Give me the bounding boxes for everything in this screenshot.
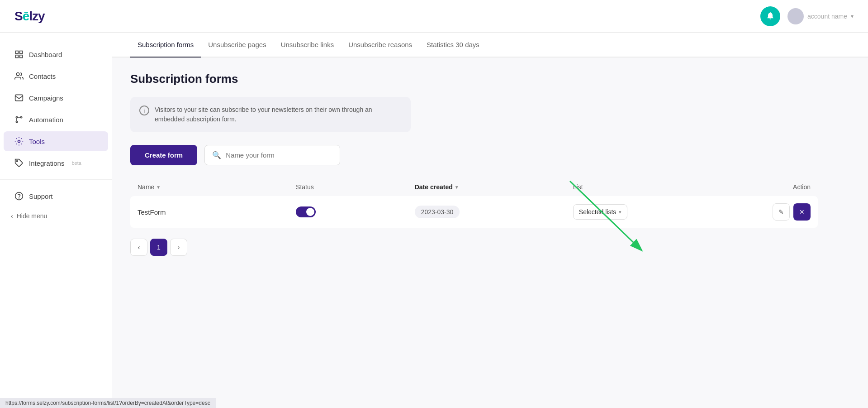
search-icon: 🔍 xyxy=(212,151,221,159)
close-icon: ✕ xyxy=(799,208,805,216)
envelope-icon xyxy=(14,93,24,102)
divider xyxy=(0,179,112,180)
col-header-date[interactable]: Date created ▼ xyxy=(415,183,573,191)
grid-icon xyxy=(14,50,24,59)
question-icon xyxy=(14,192,24,201)
hide-menu-label: Hide menu xyxy=(17,212,47,220)
svg-point-7 xyxy=(20,116,22,118)
puzzle-icon xyxy=(14,158,24,168)
sidebar-item-label: Dashboard xyxy=(29,51,62,58)
next-page-button[interactable]: › xyxy=(170,239,187,256)
automation-icon xyxy=(14,115,24,124)
sidebar-item-automation[interactable]: Automation xyxy=(4,110,108,130)
sidebar: Dashboard Contacts Campaigns Automation xyxy=(0,33,112,408)
hide-menu-button[interactable]: ‹ Hide menu xyxy=(0,207,112,225)
avatar xyxy=(787,8,804,24)
info-text: Visitors to your site can subscribe to y… xyxy=(155,105,402,124)
sort-arrow-date: ▼ xyxy=(455,185,459,190)
svg-rect-2 xyxy=(16,55,19,58)
info-icon: i xyxy=(139,106,149,115)
cell-list: Selected lists ▾ xyxy=(573,204,731,220)
page-title: Subscription forms xyxy=(130,72,818,86)
svg-point-10 xyxy=(17,161,18,162)
bell-icon xyxy=(766,12,775,21)
topbar-right: account name ▾ xyxy=(760,6,854,26)
svg-rect-0 xyxy=(16,51,19,54)
search-box: 🔍 xyxy=(204,145,340,165)
sidebar-item-integrations[interactable]: Integrations beta xyxy=(4,153,108,173)
table-row: TestForm 2023-03-30 Selected lists ▾ xyxy=(130,196,818,228)
status-bar: https://forms.selzy.com/subscription-for… xyxy=(0,398,216,408)
sidebar-item-campaigns[interactable]: Campaigns xyxy=(4,88,108,108)
topbar: Sēlzy account name ▾ xyxy=(0,0,868,33)
layout: Dashboard Contacts Campaigns Automation xyxy=(0,33,868,408)
prev-page-button[interactable]: ‹ xyxy=(130,239,147,256)
svg-point-9 xyxy=(18,140,20,143)
page-1-button[interactable]: 1 xyxy=(150,239,167,256)
status-toggle[interactable] xyxy=(296,206,316,217)
date-badge: 2023-03-30 xyxy=(415,206,460,218)
delete-button[interactable]: ✕ xyxy=(793,203,811,221)
sidebar-item-label: Campaigns xyxy=(29,94,63,102)
sidebar-item-support[interactable]: Support xyxy=(4,186,108,206)
content-area: Subscription forms i Visitors to your si… xyxy=(112,58,836,288)
toolbar: Create form 🔍 xyxy=(130,145,818,165)
cell-name: TestForm xyxy=(138,208,296,216)
chevron-down-icon: ▾ xyxy=(619,209,621,215)
status-url: https://forms.selzy.com/subscription-for… xyxy=(5,400,210,406)
user-menu[interactable]: account name ▾ xyxy=(787,8,854,24)
create-form-button[interactable]: Create form xyxy=(130,145,197,165)
sidebar-item-dashboard[interactable]: Dashboard xyxy=(4,44,108,64)
sort-arrow-name: ▼ xyxy=(156,185,161,190)
tools-icon xyxy=(14,137,24,146)
info-banner: i Visitors to your site can subscribe to… xyxy=(130,97,411,132)
users-icon xyxy=(14,72,24,81)
tab-unsubscribe-reasons[interactable]: Unsubscribe reasons xyxy=(341,33,419,58)
svg-point-8 xyxy=(16,116,17,118)
chevron-left-icon: ‹ xyxy=(138,244,140,251)
edit-button[interactable]: ✎ xyxy=(773,203,790,221)
username: account name xyxy=(807,13,847,20)
col-header-status: Status xyxy=(296,183,415,191)
cell-date: 2023-03-30 xyxy=(415,206,573,218)
page-content: Subscription forms i Visitors to your si… xyxy=(130,58,818,270)
tab-statistics-30-days[interactable]: Statistics 30 days xyxy=(419,33,487,58)
table-header: Name ▼ Status Date created ▼ List xyxy=(130,178,818,196)
list-dropdown[interactable]: Selected lists ▾ xyxy=(573,204,627,220)
notifications-bell[interactable] xyxy=(760,6,780,26)
main-content: Subscription forms Unsubscribe pages Uns… xyxy=(112,33,868,408)
sidebar-item-label: Tools xyxy=(29,138,45,145)
sidebar-item-label: Contacts xyxy=(29,72,56,80)
svg-point-12 xyxy=(19,198,19,198)
beta-badge: beta xyxy=(71,160,81,166)
sidebar-item-contacts[interactable]: Contacts xyxy=(4,66,108,86)
col-header-action: Action xyxy=(731,183,811,191)
tab-unsubscribe-pages[interactable]: Unsubscribe pages xyxy=(201,33,273,58)
search-input[interactable] xyxy=(226,151,332,159)
col-header-name[interactable]: Name ▼ xyxy=(138,183,296,191)
svg-point-6 xyxy=(16,121,17,122)
svg-rect-1 xyxy=(20,51,23,54)
cell-action: ✎ ✕ xyxy=(731,203,811,221)
chevron-down-icon: ▾ xyxy=(851,13,854,19)
col-header-list: List xyxy=(573,183,731,191)
svg-rect-5 xyxy=(15,95,23,101)
sidebar-item-label: Support xyxy=(29,192,53,200)
pagination: ‹ 1 › xyxy=(130,239,818,256)
cell-status xyxy=(296,206,415,217)
tab-subscription-forms[interactable]: Subscription forms xyxy=(130,33,201,58)
sidebar-item-label: Automation xyxy=(29,116,63,124)
logo[interactable]: Sēlzy xyxy=(14,9,45,24)
edit-icon: ✎ xyxy=(778,208,784,216)
sidebar-item-label: Integrations xyxy=(29,159,64,167)
forms-table: Name ▼ Status Date created ▼ List xyxy=(130,178,818,228)
chevron-left-icon: ‹ xyxy=(11,212,13,220)
chevron-right-icon: › xyxy=(178,244,180,251)
svg-rect-3 xyxy=(20,55,23,58)
tab-unsubscribe-links[interactable]: Unsubscribe links xyxy=(274,33,342,58)
sidebar-item-tools[interactable]: Tools xyxy=(4,131,108,151)
tabs-bar: Subscription forms Unsubscribe pages Uns… xyxy=(112,33,868,58)
svg-point-4 xyxy=(16,73,19,76)
